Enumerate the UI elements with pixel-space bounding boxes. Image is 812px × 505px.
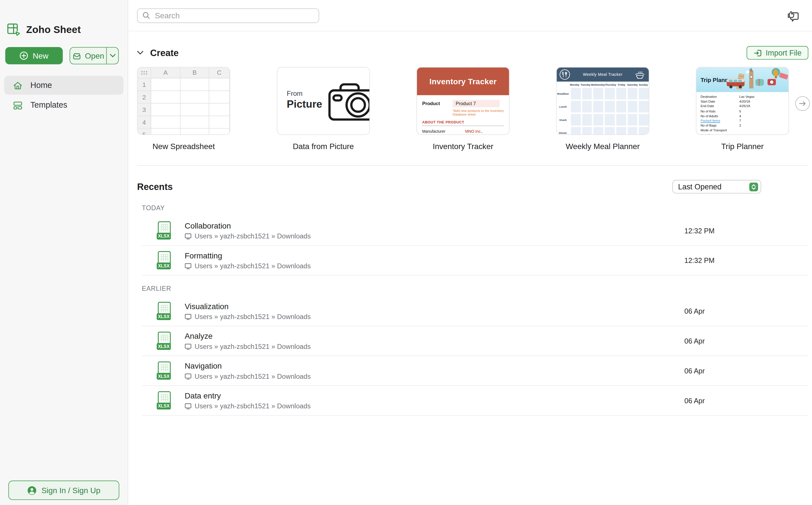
grid-row-header: 2: [138, 91, 151, 104]
recent-files-earlier: XLSX Visualization Users » yazh-zsbch152…: [137, 297, 808, 416]
card-data-from-picture[interactable]: From Picture Data from Picture: [277, 67, 370, 151]
card-new-spreadsheet[interactable]: A B C 1 2 3 4 5: [137, 67, 230, 151]
sort-select[interactable]: Last Opened: [672, 180, 761, 193]
svg-text:XLSX: XLSX: [158, 344, 170, 349]
sign-in-button[interactable]: Sign In / Sign Up: [8, 481, 119, 500]
import-file-icon: [753, 48, 762, 57]
file-time: 06 Apr: [684, 337, 705, 345]
new-spreadsheet-thumb: A B C 1 2 3 4 5: [137, 67, 230, 135]
file-time: 06 Apr: [684, 397, 705, 405]
file-row-analyze[interactable]: XLSX Analyze Users » yazh-zsbch1521 » Do…: [142, 326, 808, 356]
inventory-tracker-thumb: Inventory Tracker Product Product 7 *Add…: [416, 67, 510, 135]
recents-section-title: Recents: [137, 181, 172, 192]
search-icon: [142, 12, 150, 19]
open-button[interactable]: Open: [70, 47, 119, 64]
file-path: Users » yazh-zsbch1521 » Downloads: [185, 262, 311, 270]
file-name: Analyze: [185, 331, 311, 340]
travel-illustration: [726, 67, 789, 92]
sign-in-label: Sign In / Sign Up: [41, 486, 100, 495]
monitor-icon: [185, 263, 191, 269]
carousel-next-button[interactable]: [795, 96, 810, 111]
sidebar-nav: Home Templates: [0, 76, 128, 115]
group-label-earlier: EARLIER: [142, 285, 808, 292]
grid-row-header: 1: [138, 78, 151, 91]
recent-files-today: XLSX Collaboration Users » yazh-zsbch152…: [137, 216, 808, 276]
feedback-icon[interactable]: [786, 9, 800, 23]
import-file-label: Import File: [766, 49, 802, 57]
weekly-meal-planner-thumb: Weekly Meal Tracker Monday Tuesday W: [556, 67, 649, 135]
plus-circle-icon: [20, 51, 29, 60]
main-content: Create Import File A: [128, 47, 812, 416]
grid-col-header: B: [180, 67, 209, 78]
sidebar-item-home[interactable]: Home: [4, 76, 124, 95]
search-input[interactable]: [154, 10, 319, 20]
card-label: New Spreadsheet: [137, 142, 230, 151]
import-file-button[interactable]: Import File: [746, 46, 808, 59]
xlsx-file-icon: XLSX: [156, 331, 172, 350]
file-name: Visualization: [185, 302, 311, 311]
monitor-icon: [185, 373, 191, 379]
templates-icon: [13, 100, 23, 111]
svg-text:XLSX: XLSX: [158, 264, 170, 268]
monitor-icon: [185, 403, 191, 409]
file-name: Collaboration: [185, 221, 311, 230]
xlsx-file-icon: XLSX: [156, 361, 172, 380]
open-dropdown-button[interactable]: [107, 48, 118, 64]
file-time: 06 Apr: [684, 307, 705, 315]
file-name: Formatting: [185, 251, 311, 260]
file-row-collaboration[interactable]: XLSX Collaboration Users » yazh-zsbch152…: [142, 216, 808, 246]
svg-text:XLSX: XLSX: [158, 233, 170, 238]
file-name: Data entry: [185, 391, 311, 400]
divider: [137, 165, 808, 166]
open-button-label: Open: [85, 51, 104, 60]
file-name: Navigation: [185, 361, 311, 370]
file-path: Users » yazh-zsbch1521 » Downloads: [185, 372, 311, 380]
trip-planner-thumb: Trip Planner: [696, 67, 789, 135]
grid-row-header: 4: [138, 116, 151, 129]
card-label: Inventory Tracker: [416, 142, 510, 151]
sidebar: Zoho Sheet New Open: [0, 0, 128, 505]
sidebar-item-templates[interactable]: Templates: [4, 96, 124, 115]
xlsx-file-icon: XLSX: [156, 221, 172, 240]
xlsx-file-icon: XLSX: [156, 251, 172, 270]
grid-row-header: 3: [138, 104, 151, 116]
xlsx-file-icon: XLSX: [156, 302, 172, 321]
card-inventory-tracker[interactable]: Inventory Tracker Product Product 7 *Add…: [416, 67, 510, 151]
card-label: Weekly Meal Planner: [556, 142, 649, 151]
card-weekly-meal-planner[interactable]: Weekly Meal Tracker Monday Tuesday W: [556, 67, 649, 151]
card-trip-planner[interactable]: Trip Planner: [696, 67, 789, 151]
file-row-visualization[interactable]: XLSX Visualization Users » yazh-zsbch152…: [142, 297, 808, 326]
sidebar-item-label: Home: [30, 80, 52, 90]
monitor-icon: [185, 233, 191, 239]
file-row-formatting[interactable]: XLSX Formatting Users » yazh-zsbch1521 »…: [142, 246, 808, 276]
file-row-navigation[interactable]: XLSX Navigation Users » yazh-zsbch1521 »…: [142, 356, 808, 386]
card-label: Trip Planner: [696, 142, 789, 151]
search-box[interactable]: [137, 8, 319, 23]
app-logo: Zoho Sheet: [7, 23, 128, 37]
grid-col-header: A: [151, 67, 180, 78]
file-row-data-entry[interactable]: XLSX Data entry Users » yazh-zsbch1521 »…: [142, 386, 808, 416]
steaming-bowl-icon: [634, 69, 646, 79]
xlsx-file-icon: XLSX: [156, 391, 172, 410]
topbar: [128, 0, 812, 31]
file-path: Users » yazh-zsbch1521 » Downloads: [185, 402, 311, 410]
grid-row-header: 5: [138, 129, 151, 135]
zoho-sheet-home: Zoho Sheet New Open: [0, 0, 812, 505]
collapse-create-icon[interactable]: [137, 51, 143, 55]
data-from-picture-thumb: From Picture: [277, 67, 370, 135]
create-section-title: Create: [150, 47, 179, 58]
create-cards: A B C 1 2 3 4 5: [137, 67, 808, 151]
camera-icon: [326, 80, 370, 122]
grid-corner-handle: [138, 67, 151, 78]
svg-text:XLSX: XLSX: [158, 374, 170, 379]
file-time: 12:32 PM: [684, 257, 714, 264]
file-path: Users » yazh-zsbch1521 » Downloads: [185, 342, 311, 350]
group-label-today: TODAY: [142, 205, 808, 212]
svg-text:XLSX: XLSX: [158, 314, 170, 319]
main-area: Create Import File A: [128, 0, 812, 505]
new-button[interactable]: New: [5, 47, 63, 64]
app-title: Zoho Sheet: [26, 24, 81, 35]
chevron-down-icon: [110, 54, 115, 57]
monitor-icon: [185, 343, 191, 349]
file-time: 06 Apr: [684, 367, 705, 375]
